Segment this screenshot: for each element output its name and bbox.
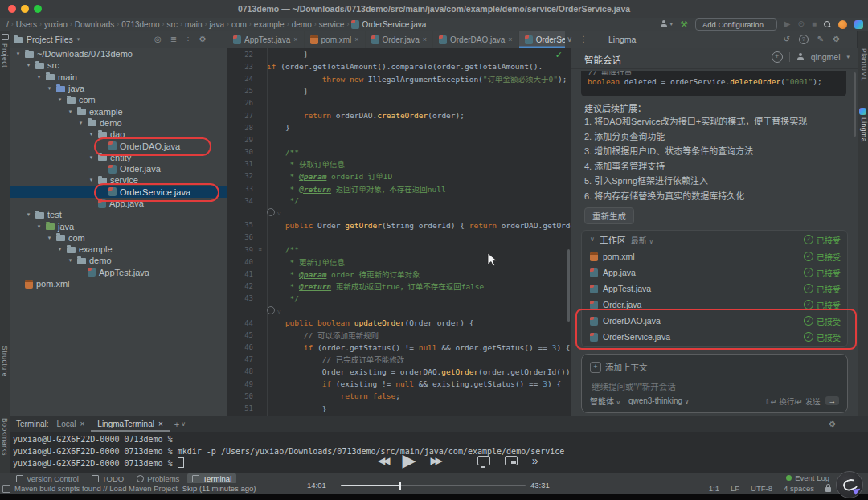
tab-list-chevron-icon[interactable]: ∨ — [567, 35, 572, 43]
tool-window-lingma[interactable]: Lingma — [860, 117, 868, 142]
tree-item-OrderService.java[interactable]: OrderService.java — [10, 186, 227, 198]
editor-tab-Order.java[interactable]: Order.java× — [366, 31, 433, 48]
tree-item-~/Downloads/0713demo[interactable]: ▾~/Downloads/0713demo — [10, 48, 227, 59]
new-session-icon[interactable]: + — [772, 51, 783, 63]
lingma-logo-icon[interactable] — [854, 20, 863, 29]
history-icon[interactable]: ↺ — [783, 35, 789, 43]
fast-forward-icon[interactable]: ▶▶ — [430, 455, 440, 466]
workspace-file-App.java[interactable]: App.java✓已接受 — [582, 264, 847, 281]
workspace-file-OrderService.java[interactable]: OrderService.java✓已接受 — [582, 329, 847, 345]
chevron-down-icon[interactable]: ▾ — [77, 35, 80, 43]
code-editor[interactable]: 22 }23if (order.getTotalAmount().compare… — [227, 48, 571, 416]
editor-tab-pom.xml[interactable]: pom.xml× — [305, 31, 366, 48]
gear-icon[interactable]: ⚙ — [199, 35, 207, 43]
editor-tab-OrderService.java[interactable]: OrderService.java× — [519, 31, 565, 48]
close-icon[interactable]: × — [423, 35, 427, 43]
run-icon[interactable]: ▶ — [784, 20, 791, 28]
tree-item-example[interactable]: ▾example — [10, 244, 227, 255]
workspace-file-Order.java[interactable]: Order.java✓已接受 — [582, 297, 847, 313]
chevron-down-icon[interactable]: ˅ — [277, 309, 281, 316]
tree-item-main[interactable]: ▾main — [10, 72, 227, 83]
tree-item-demo[interactable]: ▾demo — [10, 255, 227, 266]
search-icon[interactable] — [824, 21, 831, 28]
expand-all-icon[interactable]: ≣ — [170, 35, 177, 43]
workspace-file-OrderDAO.java[interactable]: OrderDAO.java✓已接受 — [582, 313, 847, 329]
breadcrumb-item[interactable]: Users — [16, 20, 37, 29]
ai-lens-icon[interactable] — [267, 208, 275, 216]
breadcrumb-item[interactable]: com — [231, 20, 247, 29]
send-button[interactable]: → — [825, 396, 840, 405]
workspace-header[interactable]: ∨ 工作区 最新 ∨ ✓ 已接受 — [590, 231, 841, 248]
breadcrumb-item[interactable]: 0713demo — [121, 20, 159, 29]
rewind-icon[interactable]: ◀◀ — [378, 455, 387, 466]
tree-item-example[interactable]: ▾example — [10, 105, 227, 117]
close-icon[interactable]: × — [80, 420, 84, 428]
account-name[interactable]: qingmei — [811, 52, 841, 62]
close-icon[interactable]: × — [508, 35, 512, 43]
tree-item-pom.xml[interactable]: pom.xml — [10, 278, 227, 289]
tree-item-service[interactable]: ▾service — [10, 174, 227, 186]
build-hammer-icon[interactable]: ⚒ — [680, 20, 688, 28]
tree-item-OrderDAO.java[interactable]: OrderDAO.java — [10, 140, 227, 151]
chat-scrollbar[interactable] — [854, 72, 856, 137]
new-chat-icon[interactable]: ✎ — [817, 35, 824, 43]
tree-item-App.java[interactable]: App.java — [10, 198, 227, 209]
tree-item-test[interactable]: ▾test — [10, 209, 227, 220]
picture-in-picture-icon[interactable] — [505, 456, 518, 465]
project-tree[interactable]: ▾~/Downloads/0713demo▾src▾main▾java▾com▾… — [10, 48, 227, 416]
tree-item-java[interactable]: ▾java — [10, 83, 227, 94]
status-indicator[interactable]: 4 spaces — [784, 484, 814, 493]
workspace-sort[interactable]: 最新 ∨ — [631, 234, 653, 246]
chat-input-card[interactable]: + 添加上下文 继续提问或"/"新开会话 智能体 ∨ qwen3-thinkin… — [581, 354, 848, 413]
help-icon[interactable]: ? — [799, 35, 809, 44]
tree-item-AppTest.java[interactable]: AppTest.java — [10, 267, 227, 278]
tree-item-demo[interactable]: ▾demo — [10, 117, 227, 129]
chevron-down-icon[interactable]: ˅ — [277, 211, 281, 218]
debug-icon[interactable]: ⊙ — [798, 20, 805, 28]
tree-item-java[interactable]: ▾java — [10, 220, 227, 232]
terminal-dropdown-icon[interactable]: ∨ — [181, 420, 186, 428]
stop-icon[interactable]: ■ — [812, 20, 817, 28]
gear-icon[interactable]: ⚙ — [829, 420, 836, 428]
editor-scrollbar[interactable] — [567, 249, 570, 322]
update-notification-icon[interactable] — [838, 20, 847, 29]
lock-icon[interactable] — [825, 487, 831, 492]
breadcrumb-item[interactable]: src — [167, 20, 178, 29]
breadcrumb-item[interactable]: Downloads — [75, 20, 114, 29]
collapse-all-icon[interactable]: ÷ — [186, 35, 190, 43]
tree-item-src[interactable]: ▾src — [10, 59, 227, 71]
tree-item-entity[interactable]: ▾entity — [10, 152, 227, 163]
tree-item-com[interactable]: ▾com — [10, 94, 227, 105]
new-terminal-icon[interactable]: + — [174, 420, 179, 428]
tree-item-dao[interactable]: ▾dao — [10, 129, 227, 140]
cast-screen-icon[interactable] — [477, 456, 490, 465]
more-options-icon[interactable]: ⋮ — [579, 35, 588, 43]
ai-lens-icon[interactable] — [267, 306, 275, 314]
breadcrumb-item[interactable]: yuxiao — [44, 20, 68, 29]
editor-tab-OrderDAO.java[interactable]: OrderDAO.java× — [433, 31, 519, 48]
locate-file-icon[interactable]: ◎ — [154, 35, 162, 43]
breadcrumb-item[interactable]: example — [254, 20, 285, 29]
breadcrumb-item[interactable]: java — [210, 20, 224, 29]
status-indicator[interactable]: LF — [731, 484, 739, 493]
tool-window-project[interactable]: Project — [1, 43, 9, 68]
gear-icon[interactable]: ⚙ — [833, 35, 840, 43]
more-controls-icon[interactable]: » — [532, 454, 538, 467]
hide-panel-icon[interactable]: − — [849, 35, 854, 43]
breadcrumb-item[interactable]: demo — [292, 20, 312, 29]
breadcrumb-item[interactable]: main — [185, 20, 203, 29]
chevron-down-icon[interactable]: ▾ — [846, 53, 850, 61]
breadcrumb-item[interactable]: OrderService.java — [351, 20, 426, 29]
agent-select[interactable]: 智能体 ∨ — [590, 395, 620, 407]
status-skip-link[interactable]: Skip (11 minutes ago) — [182, 484, 256, 493]
breadcrumb-item[interactable]: / — [6, 20, 9, 29]
terminal-tab-LingmaTerminal[interactable]: LingmaTerminal× — [91, 416, 169, 432]
play-icon[interactable]: ▶ — [402, 450, 416, 471]
add-context-chip[interactable]: + 添加上下文 — [590, 361, 648, 373]
workspace-file-pom.xml[interactable]: pom.xml✓已接受 — [582, 248, 847, 264]
close-icon[interactable]: × — [354, 35, 358, 43]
toolwindow-toggle-icon[interactable] — [2, 485, 10, 493]
event-log-button[interactable]: Event Log — [786, 473, 829, 482]
status-indicator[interactable]: UTF-8 — [751, 484, 772, 493]
editor-tab-AppTest.java[interactable]: AppTest.java× — [227, 31, 305, 48]
